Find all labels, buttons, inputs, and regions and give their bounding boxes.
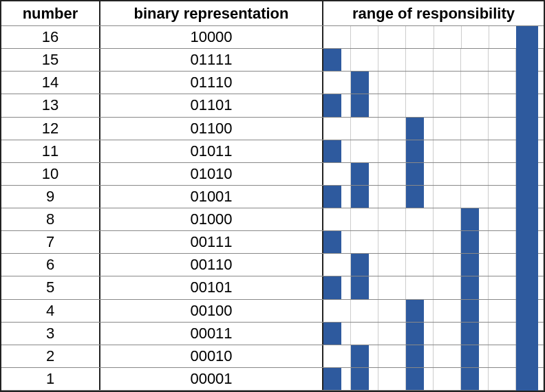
range-slot bbox=[516, 231, 544, 253]
range-slot bbox=[406, 94, 434, 116]
range-slot bbox=[489, 368, 516, 390]
table-row: 300011 bbox=[1, 323, 544, 345]
range-slot bbox=[434, 72, 461, 94]
cell-number: 7 bbox=[1, 231, 100, 253]
range-bar bbox=[323, 276, 341, 298]
range-slot bbox=[351, 208, 378, 230]
range-slot bbox=[489, 118, 516, 140]
cell-binary: 00010 bbox=[100, 345, 323, 367]
range-bar bbox=[323, 323, 341, 345]
cell-binary: 01011 bbox=[100, 140, 323, 162]
cell-range bbox=[323, 118, 544, 140]
range-bar bbox=[323, 94, 341, 116]
cell-binary: 00101 bbox=[100, 276, 323, 298]
range-bar bbox=[406, 323, 424, 345]
range-slot bbox=[461, 186, 489, 208]
cell-binary: 00100 bbox=[100, 300, 323, 322]
range-slot bbox=[461, 163, 489, 185]
range-slot bbox=[516, 368, 544, 390]
range-bar bbox=[406, 300, 424, 322]
range-slot bbox=[378, 345, 406, 367]
range-slot bbox=[351, 26, 378, 48]
cell-range bbox=[323, 345, 544, 367]
range-bar bbox=[461, 368, 479, 390]
range-slot bbox=[378, 254, 406, 276]
range-slot bbox=[434, 94, 461, 116]
range-slot bbox=[323, 208, 351, 230]
range-bar bbox=[461, 208, 479, 230]
cell-number: 8 bbox=[1, 208, 100, 230]
cell-number: 10 bbox=[1, 163, 100, 185]
range-slot bbox=[406, 26, 434, 48]
header-binary: binary representation bbox=[100, 1, 323, 25]
range-bar bbox=[351, 254, 369, 276]
range-slot bbox=[406, 254, 434, 276]
range-slot bbox=[406, 276, 434, 298]
cell-range bbox=[323, 140, 544, 162]
range-slot bbox=[516, 163, 544, 185]
range-slot bbox=[378, 72, 406, 94]
cell-number: 2 bbox=[1, 345, 100, 367]
table-row: 200010 bbox=[1, 345, 544, 368]
table-row: 801000 bbox=[1, 208, 544, 231]
table-row: 500101 bbox=[1, 276, 544, 299]
range-slot bbox=[489, 254, 516, 276]
range-slot bbox=[378, 231, 406, 253]
cell-range bbox=[323, 163, 544, 185]
range-bar bbox=[461, 231, 479, 253]
range-slot bbox=[378, 118, 406, 140]
table-row: 901001 bbox=[1, 186, 544, 208]
range-bar bbox=[323, 231, 341, 253]
table-row: 1301101 bbox=[1, 94, 544, 117]
range-bar bbox=[461, 276, 479, 298]
cell-binary: 10000 bbox=[100, 26, 323, 48]
cell-range bbox=[323, 26, 544, 48]
range-slot bbox=[323, 118, 351, 140]
range-slot bbox=[378, 368, 406, 390]
cell-range bbox=[323, 208, 544, 230]
range-slot bbox=[351, 118, 378, 140]
cell-range bbox=[323, 231, 544, 253]
table-row: 1501111 bbox=[1, 49, 544, 72]
range-slot bbox=[489, 140, 516, 162]
cell-number: 6 bbox=[1, 254, 100, 276]
range-slot bbox=[378, 323, 406, 345]
cell-range bbox=[323, 276, 544, 298]
range-slot bbox=[434, 300, 461, 322]
range-slot bbox=[378, 186, 406, 208]
range-slot bbox=[323, 300, 351, 322]
range-slot bbox=[517, 26, 544, 48]
range-slot bbox=[434, 186, 461, 208]
cell-range bbox=[323, 323, 544, 345]
table-body: 1610000150111114011101301101120110011010… bbox=[1, 26, 544, 391]
range-bar bbox=[406, 118, 424, 140]
range-bar bbox=[461, 254, 479, 276]
cell-range bbox=[323, 49, 544, 71]
range-slot bbox=[516, 118, 544, 140]
range-slot bbox=[489, 163, 516, 185]
table-row: 1201100 bbox=[1, 118, 544, 140]
range-slot bbox=[516, 72, 544, 94]
range-slot bbox=[434, 323, 461, 345]
range-slot bbox=[323, 254, 351, 276]
cell-number: 16 bbox=[1, 26, 100, 48]
range-slot bbox=[434, 231, 461, 253]
cell-number: 11 bbox=[1, 140, 100, 162]
range-slot bbox=[378, 26, 406, 48]
range-slot bbox=[489, 94, 516, 116]
range-slot bbox=[378, 163, 406, 185]
cell-binary: 01000 bbox=[100, 208, 323, 230]
range-bar bbox=[406, 345, 424, 367]
range-bar bbox=[351, 94, 369, 116]
table-row: 1001010 bbox=[1, 163, 544, 186]
range-slot bbox=[489, 72, 516, 94]
range-slot bbox=[351, 300, 378, 322]
header-range: range of responsibility bbox=[323, 1, 544, 25]
range-bar bbox=[351, 163, 369, 185]
cell-number: 14 bbox=[1, 72, 100, 94]
cell-binary: 01010 bbox=[100, 163, 323, 185]
range-slot bbox=[434, 368, 461, 390]
cell-number: 1 bbox=[1, 368, 100, 390]
range-slot bbox=[434, 208, 461, 230]
cell-binary: 01001 bbox=[100, 186, 323, 208]
